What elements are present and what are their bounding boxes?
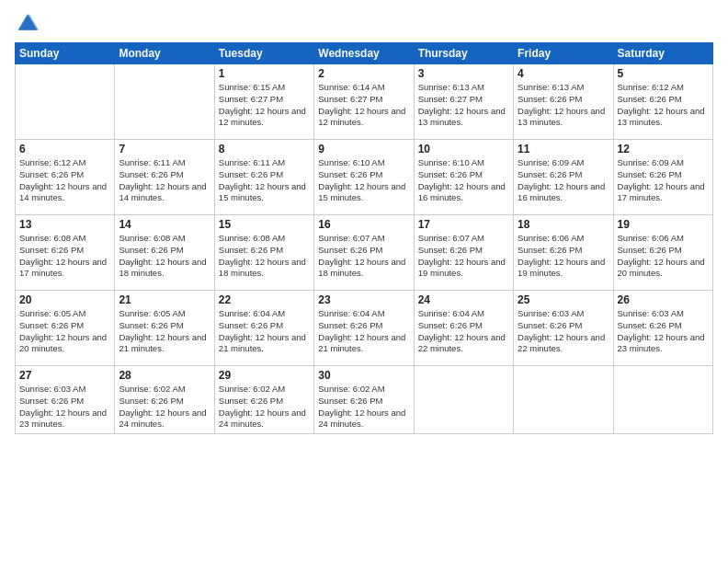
logo-icon	[15, 9, 40, 35]
day-info: Sunrise: 6:04 AM Sunset: 6:26 PM Dayligh…	[418, 308, 509, 355]
day-info: Sunrise: 6:10 AM Sunset: 6:26 PM Dayligh…	[418, 157, 509, 204]
day-info: Sunrise: 6:13 AM Sunset: 6:27 PM Dayligh…	[418, 82, 509, 129]
calendar-cell: 30Sunrise: 6:02 AM Sunset: 6:26 PM Dayli…	[314, 366, 414, 434]
calendar-cell: 4Sunrise: 6:13 AM Sunset: 6:26 PM Daylig…	[514, 64, 613, 140]
calendar-cell: 12Sunrise: 6:09 AM Sunset: 6:26 PM Dayli…	[613, 140, 712, 215]
calendar-cell: 14Sunrise: 6:08 AM Sunset: 6:26 PM Dayli…	[115, 215, 214, 291]
day-number: 17	[418, 218, 509, 231]
weekday-header-thursday: Thursday	[414, 43, 513, 64]
calendar-cell	[414, 366, 513, 434]
day-info: Sunrise: 6:08 AM Sunset: 6:26 PM Dayligh…	[119, 233, 210, 280]
calendar-cell: 25Sunrise: 6:03 AM Sunset: 6:26 PM Dayli…	[514, 291, 613, 366]
day-number: 20	[19, 293, 110, 306]
calendar-cell: 22Sunrise: 6:04 AM Sunset: 6:26 PM Dayli…	[214, 291, 313, 366]
day-number: 11	[518, 143, 609, 155]
day-number: 25	[518, 293, 609, 306]
calendar-cell: 13Sunrise: 6:08 AM Sunset: 6:26 PM Dayli…	[16, 215, 115, 291]
day-number: 6	[19, 143, 110, 155]
calendar-cell: 29Sunrise: 6:02 AM Sunset: 6:26 PM Dayli…	[214, 366, 313, 434]
calendar-cell: 3Sunrise: 6:13 AM Sunset: 6:27 PM Daylig…	[414, 64, 513, 140]
day-info: Sunrise: 6:12 AM Sunset: 6:26 PM Dayligh…	[618, 82, 709, 129]
calendar-cell: 8Sunrise: 6:11 AM Sunset: 6:26 PM Daylig…	[214, 140, 313, 215]
day-info: Sunrise: 6:07 AM Sunset: 6:26 PM Dayligh…	[418, 233, 509, 280]
calendar-body: 1Sunrise: 6:15 AM Sunset: 6:27 PM Daylig…	[16, 64, 713, 434]
calendar-cell: 9Sunrise: 6:10 AM Sunset: 6:26 PM Daylig…	[314, 140, 414, 215]
day-number: 18	[518, 218, 609, 231]
calendar-cell: 21Sunrise: 6:05 AM Sunset: 6:26 PM Dayli…	[115, 291, 214, 366]
calendar-cell: 17Sunrise: 6:07 AM Sunset: 6:26 PM Dayli…	[414, 215, 513, 291]
calendar-week-3: 13Sunrise: 6:08 AM Sunset: 6:26 PM Dayli…	[16, 215, 713, 291]
calendar-cell	[115, 64, 214, 140]
day-number: 13	[19, 218, 110, 231]
calendar-cell: 18Sunrise: 6:06 AM Sunset: 6:26 PM Dayli…	[514, 215, 613, 291]
weekday-header-monday: Monday	[115, 43, 214, 64]
day-info: Sunrise: 6:11 AM Sunset: 6:26 PM Dayligh…	[119, 157, 210, 204]
calendar-cell	[613, 366, 712, 434]
day-info: Sunrise: 6:02 AM Sunset: 6:26 PM Dayligh…	[318, 384, 409, 431]
weekday-header-friday: Friday	[514, 43, 613, 64]
weekday-header-sunday: Sunday	[16, 43, 115, 64]
calendar-cell: 7Sunrise: 6:11 AM Sunset: 6:26 PM Daylig…	[115, 140, 214, 215]
day-number: 28	[119, 369, 210, 382]
day-number: 12	[618, 143, 709, 155]
day-number: 10	[418, 143, 509, 155]
weekday-header-wednesday: Wednesday	[314, 43, 414, 64]
weekday-header-tuesday: Tuesday	[214, 43, 313, 64]
day-number: 5	[618, 67, 709, 80]
day-number: 22	[219, 293, 310, 306]
logo	[15, 9, 44, 35]
day-info: Sunrise: 6:15 AM Sunset: 6:27 PM Dayligh…	[219, 82, 310, 129]
day-number: 19	[618, 218, 709, 231]
calendar-cell: 5Sunrise: 6:12 AM Sunset: 6:26 PM Daylig…	[613, 64, 712, 140]
calendar-cell: 2Sunrise: 6:14 AM Sunset: 6:27 PM Daylig…	[314, 64, 414, 140]
day-info: Sunrise: 6:02 AM Sunset: 6:26 PM Dayligh…	[219, 384, 310, 431]
calendar-week-4: 20Sunrise: 6:05 AM Sunset: 6:26 PM Dayli…	[16, 291, 713, 366]
day-info: Sunrise: 6:06 AM Sunset: 6:26 PM Dayligh…	[618, 233, 709, 280]
calendar-cell: 26Sunrise: 6:03 AM Sunset: 6:26 PM Dayli…	[613, 291, 712, 366]
calendar-cell: 23Sunrise: 6:04 AM Sunset: 6:26 PM Dayli…	[314, 291, 414, 366]
calendar-week-1: 1Sunrise: 6:15 AM Sunset: 6:27 PM Daylig…	[16, 64, 713, 140]
day-info: Sunrise: 6:11 AM Sunset: 6:26 PM Dayligh…	[219, 157, 310, 204]
calendar-cell: 28Sunrise: 6:02 AM Sunset: 6:26 PM Dayli…	[115, 366, 214, 434]
day-number: 7	[119, 143, 210, 155]
calendar-cell: 27Sunrise: 6:03 AM Sunset: 6:26 PM Dayli…	[16, 366, 115, 434]
day-number: 16	[318, 218, 409, 231]
calendar-cell: 11Sunrise: 6:09 AM Sunset: 6:26 PM Dayli…	[514, 140, 613, 215]
day-info: Sunrise: 6:13 AM Sunset: 6:26 PM Dayligh…	[518, 82, 609, 129]
calendar-cell: 6Sunrise: 6:12 AM Sunset: 6:26 PM Daylig…	[16, 140, 115, 215]
day-info: Sunrise: 6:03 AM Sunset: 6:26 PM Dayligh…	[518, 308, 609, 355]
weekday-header-row: SundayMondayTuesdayWednesdayThursdayFrid…	[16, 43, 713, 64]
svg-marker-1	[19, 14, 39, 30]
calendar-week-2: 6Sunrise: 6:12 AM Sunset: 6:26 PM Daylig…	[16, 140, 713, 215]
day-number: 24	[418, 293, 509, 306]
calendar-cell	[514, 366, 613, 434]
day-info: Sunrise: 6:09 AM Sunset: 6:26 PM Dayligh…	[518, 157, 609, 204]
day-number: 27	[19, 369, 110, 382]
weekday-header-saturday: Saturday	[613, 43, 712, 64]
calendar-cell: 10Sunrise: 6:10 AM Sunset: 6:26 PM Dayli…	[414, 140, 513, 215]
day-number: 8	[219, 143, 310, 155]
day-number: 21	[119, 293, 210, 306]
day-number: 4	[518, 67, 609, 80]
calendar-cell: 15Sunrise: 6:08 AM Sunset: 6:26 PM Dayli…	[214, 215, 313, 291]
day-info: Sunrise: 6:02 AM Sunset: 6:26 PM Dayligh…	[119, 384, 210, 431]
day-info: Sunrise: 6:10 AM Sunset: 6:26 PM Dayligh…	[318, 157, 409, 204]
calendar-cell: 20Sunrise: 6:05 AM Sunset: 6:26 PM Dayli…	[16, 291, 115, 366]
header	[15, 9, 713, 35]
calendar-cell: 19Sunrise: 6:06 AM Sunset: 6:26 PM Dayli…	[613, 215, 712, 291]
calendar-header: SundayMondayTuesdayWednesdayThursdayFrid…	[16, 43, 713, 64]
calendar-cell	[16, 64, 115, 140]
day-info: Sunrise: 6:03 AM Sunset: 6:26 PM Dayligh…	[618, 308, 709, 355]
day-number: 2	[318, 67, 409, 80]
day-info: Sunrise: 6:03 AM Sunset: 6:26 PM Dayligh…	[19, 384, 110, 431]
day-info: Sunrise: 6:04 AM Sunset: 6:26 PM Dayligh…	[318, 308, 409, 355]
day-number: 26	[618, 293, 709, 306]
calendar-table: SundayMondayTuesdayWednesdayThursdayFrid…	[15, 42, 713, 434]
day-info: Sunrise: 6:08 AM Sunset: 6:26 PM Dayligh…	[19, 233, 110, 280]
day-info: Sunrise: 6:08 AM Sunset: 6:26 PM Dayligh…	[219, 233, 310, 280]
calendar-cell: 16Sunrise: 6:07 AM Sunset: 6:26 PM Dayli…	[314, 215, 414, 291]
day-info: Sunrise: 6:05 AM Sunset: 6:26 PM Dayligh…	[119, 308, 210, 355]
day-info: Sunrise: 6:09 AM Sunset: 6:26 PM Dayligh…	[618, 157, 709, 204]
day-info: Sunrise: 6:14 AM Sunset: 6:27 PM Dayligh…	[318, 82, 409, 129]
day-number: 3	[418, 67, 509, 80]
